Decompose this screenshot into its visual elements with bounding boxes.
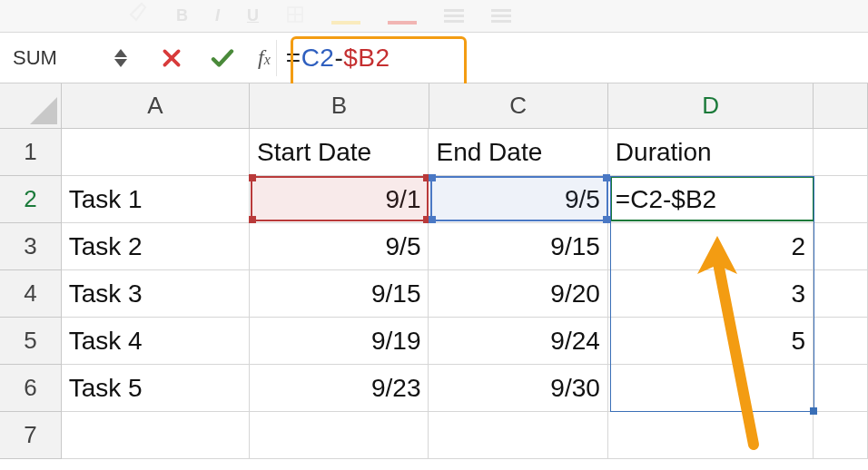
cell-e3[interactable]: [814, 223, 868, 270]
cell-d5[interactable]: 5: [608, 318, 814, 365]
cell-a1[interactable]: [62, 129, 250, 176]
cell-a5[interactable]: Task 4: [62, 318, 250, 365]
cell-a2[interactable]: Task 1: [62, 176, 250, 223]
row-header-1[interactable]: 1: [0, 129, 62, 176]
cell-b3[interactable]: 9/5: [250, 223, 429, 270]
row-header-7[interactable]: 7: [0, 412, 62, 459]
cell-c3[interactable]: 9/15: [429, 223, 607, 270]
cell-e2[interactable]: [814, 176, 868, 223]
formula-ref-c2: C2: [301, 44, 335, 72]
cell-b7[interactable]: [250, 412, 429, 459]
col-header-a[interactable]: A: [62, 83, 250, 129]
row-7: 7: [0, 412, 868, 459]
row-3: 3 Task 2 9/5 9/15 2: [0, 223, 868, 270]
cell-d6[interactable]: [608, 365, 814, 412]
cell-a6[interactable]: Task 5: [62, 365, 250, 412]
col-header-e[interactable]: [814, 83, 868, 129]
align-icon: [444, 9, 464, 23]
row-1: 1 Start Date End Date Duration: [0, 129, 868, 176]
name-box[interactable]: [5, 40, 114, 76]
cell-a7[interactable]: [62, 412, 250, 459]
cell-c5[interactable]: 9/24: [429, 318, 607, 365]
cell-e1[interactable]: [814, 129, 868, 176]
cell-d7[interactable]: [608, 412, 814, 459]
row-6: 6 Task 5 9/23 9/30: [0, 365, 868, 412]
cell-c2[interactable]: 9/5: [429, 176, 607, 223]
cell-b6[interactable]: 9/23: [250, 365, 429, 412]
format-painter-icon: [127, 2, 149, 30]
formula-eq: =: [286, 44, 301, 72]
cell-b2[interactable]: 9/1: [250, 176, 429, 223]
row-2: 2 Task 1 9/1 9/5 =C2-$B2: [0, 176, 868, 223]
bold-icon: B: [176, 6, 188, 25]
cell-e5[interactable]: [814, 318, 868, 365]
fill-color-icon: [331, 8, 360, 24]
cell-d2[interactable]: =C2-$B2: [608, 176, 814, 223]
worksheet-grid[interactable]: A B C D 1 Start Date End Date Duration 2…: [0, 83, 868, 459]
col-header-c[interactable]: C: [429, 83, 608, 129]
row-4: 4 Task 3 9/15 9/20 3: [0, 270, 868, 318]
cell-d1[interactable]: Duration: [608, 129, 814, 176]
border-icon: [286, 2, 304, 30]
row-5: 5 Task 4 9/19 9/24 5: [0, 318, 868, 365]
formula-ref-b2: $B2: [343, 44, 390, 72]
font-color-icon: [388, 8, 417, 24]
col-header-b[interactable]: B: [250, 83, 429, 129]
row-header-5[interactable]: 5: [0, 318, 62, 365]
row-header-2[interactable]: 2: [0, 176, 62, 223]
cell-b5[interactable]: 9/19: [250, 318, 429, 365]
name-box-stepper[interactable]: [114, 49, 127, 67]
cell-c6[interactable]: 9/30: [429, 365, 607, 412]
cell-a4[interactable]: Task 3: [62, 270, 250, 318]
fx-icon[interactable]: fx: [258, 45, 271, 70]
cell-e7[interactable]: [814, 412, 868, 459]
accept-formula-button[interactable]: [209, 44, 236, 72]
italic-icon: I: [215, 6, 220, 25]
cell-c1[interactable]: End Date: [429, 129, 607, 176]
row-header-4[interactable]: 4: [0, 270, 62, 318]
cancel-formula-button[interactable]: [160, 46, 183, 70]
column-header-row: A B C D: [0, 83, 868, 129]
formula-bar: fx =C2-$B2: [0, 33, 868, 83]
ribbon-toolbar: B I U: [0, 0, 868, 33]
formula-input[interactable]: =C2-$B2: [276, 40, 399, 76]
cell-c7[interactable]: [429, 412, 607, 459]
cell-b4[interactable]: 9/15: [250, 270, 429, 318]
cell-e4[interactable]: [814, 270, 868, 318]
cell-e6[interactable]: [814, 365, 868, 412]
row-header-6[interactable]: 6: [0, 365, 62, 412]
cell-c4[interactable]: 9/20: [429, 270, 607, 318]
align-icon-2: [491, 9, 511, 23]
cell-d4[interactable]: 3: [608, 270, 814, 318]
underline-icon: U: [247, 6, 259, 25]
row-header-3[interactable]: 3: [0, 223, 62, 270]
select-all-button[interactable]: [0, 83, 62, 129]
formula-op: -: [334, 44, 343, 72]
cell-b1[interactable]: Start Date: [250, 129, 429, 176]
chevron-down-icon[interactable]: [114, 59, 127, 67]
cell-d3[interactable]: 2: [608, 223, 814, 270]
chevron-up-icon[interactable]: [114, 49, 127, 57]
cell-a3[interactable]: Task 2: [62, 223, 250, 270]
col-header-d[interactable]: D: [608, 83, 814, 129]
